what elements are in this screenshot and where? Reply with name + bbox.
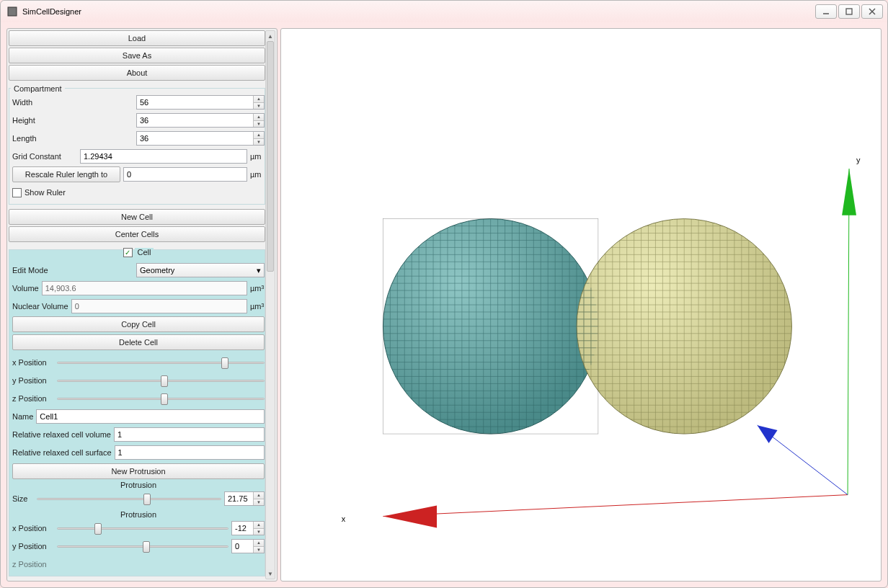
show-ruler-checkbox[interactable] <box>12 188 22 197</box>
app-title: SimCellDesigner <box>22 7 81 16</box>
x-position-label: x Position <box>12 358 54 367</box>
prot-y-label: y Position <box>12 542 54 551</box>
close-button[interactable] <box>861 4 883 19</box>
chevron-up-icon[interactable]: ▲ <box>254 114 264 121</box>
chevron-down-icon[interactable]: ▼ <box>254 529 264 535</box>
svg-line-6 <box>848 169 849 495</box>
chevron-down-icon[interactable]: ▼ <box>254 139 264 146</box>
width-input[interactable]: ▲▼ <box>136 95 265 110</box>
edit-mode-select[interactable]: Geometry ▾ <box>136 263 265 277</box>
sidebar: Load Save As About Compartment Width ▲▼ … <box>6 28 278 582</box>
cell-legend: Cell <box>135 248 154 257</box>
length-spinner[interactable]: ▲▼ <box>253 132 264 145</box>
save-as-button[interactable]: Save As <box>9 48 265 63</box>
chevron-down-icon[interactable]: ▼ <box>254 499 264 506</box>
rel-vol-input[interactable] <box>114 427 265 442</box>
name-input[interactable] <box>36 409 265 424</box>
new-protrusion-button[interactable]: New Protrusion <box>12 463 265 479</box>
x-axis-arrow-icon <box>383 506 437 528</box>
size-input[interactable]: ▲▼ <box>224 491 265 506</box>
rel-surf-label: Relative relaxed cell surface <box>12 448 112 457</box>
scroll-up-icon[interactable]: ▲ <box>267 32 274 40</box>
prot-y-slider[interactable] <box>57 540 228 553</box>
load-button[interactable]: Load <box>9 30 265 46</box>
nuclear-volume-input <box>71 299 247 313</box>
rescale-input[interactable] <box>123 167 247 182</box>
center-cells-button[interactable]: Center Cells <box>9 226 265 242</box>
viewport-svg: x y z <box>281 29 881 581</box>
edit-mode-value: Geometry <box>140 266 174 275</box>
delete-cell-button[interactable]: Delete Cell <box>12 334 265 350</box>
viewport-3d[interactable]: x y z <box>280 28 882 582</box>
z-axis-arrow-icon <box>758 425 778 443</box>
rescale-unit: µm <box>250 170 265 179</box>
height-input[interactable]: ▲▼ <box>136 113 265 128</box>
chevron-down-icon[interactable]: ▼ <box>254 547 264 553</box>
edit-mode-label: Edit Mode <box>12 266 133 275</box>
nuclear-volume-unit: µm³ <box>250 302 265 311</box>
new-cell-button[interactable]: New Cell <box>9 209 265 225</box>
nuclear-volume-label: Nuclear Volume <box>12 302 68 311</box>
width-label: Width <box>12 98 133 107</box>
grid-constant-input[interactable] <box>80 149 247 164</box>
copy-cell-button[interactable]: Copy Cell <box>12 316 265 332</box>
rel-surf-input[interactable] <box>115 445 265 460</box>
volume-unit: µm³ <box>250 284 265 293</box>
minimize-button[interactable] <box>815 4 837 19</box>
y-position-slider[interactable] <box>57 374 265 387</box>
cell-checkbox[interactable]: ✓ <box>123 248 133 257</box>
chevron-up-icon[interactable]: ▲ <box>254 132 264 139</box>
prot-y-spinner[interactable]: ▲▼ <box>253 540 264 553</box>
sidebar-scrollbar[interactable]: ▲ ▼ <box>265 30 275 579</box>
name-label: Name <box>12 412 33 421</box>
client-area: Load Save As About Compartment Width ▲▼ … <box>1 22 887 587</box>
rel-vol-label: Relative relaxed cell volume <box>12 430 111 439</box>
chevron-up-icon[interactable]: ▲ <box>254 492 264 499</box>
size-spinner[interactable]: ▲▼ <box>253 492 264 505</box>
scroll-down-icon[interactable]: ▼ <box>267 569 274 578</box>
prot-z-label: z Position <box>12 560 54 569</box>
x-position-slider[interactable] <box>57 356 265 369</box>
y-axis-arrow-icon <box>842 169 856 215</box>
rescale-button[interactable]: Rescale Ruler length to <box>12 166 120 182</box>
y-position-label: y Position <box>12 376 54 385</box>
volume-label: Volume <box>12 284 39 293</box>
app-window: SimCellDesigner Load Save As About Compa… <box>0 0 888 588</box>
prot-x-label: x Position <box>12 524 54 533</box>
window-controls <box>815 4 883 19</box>
protrusion-header-2: Protrusion <box>12 509 265 520</box>
volume-input <box>42 281 247 295</box>
z-position-slider[interactable] <box>57 392 265 405</box>
chevron-down-icon[interactable]: ▼ <box>254 121 264 128</box>
prot-y-input[interactable]: ▲▼ <box>231 539 265 553</box>
prot-x-spinner[interactable]: ▲▼ <box>253 522 264 535</box>
height-spinner[interactable]: ▲▼ <box>253 114 264 127</box>
length-label: Length <box>12 134 133 143</box>
chevron-up-icon[interactable]: ▲ <box>254 96 264 103</box>
compartment-group: Compartment Width ▲▼ Height ▲▼ <box>9 88 265 205</box>
width-spinner[interactable]: ▲▼ <box>253 96 264 109</box>
chevron-up-icon[interactable]: ▲ <box>254 540 264 547</box>
app-icon <box>6 6 18 17</box>
size-slider[interactable] <box>37 492 221 505</box>
svg-rect-2 <box>846 9 852 14</box>
chevron-down-icon[interactable]: ▼ <box>254 103 264 110</box>
cell-group: ✓ Cell Edit Mode Geometry ▾ Volume µm³ <box>9 249 265 576</box>
show-ruler-label: Show Ruler <box>25 188 66 197</box>
protrusion-header-1: Protrusion <box>12 479 265 491</box>
prot-x-input[interactable]: ▲▼ <box>231 521 265 535</box>
prot-x-slider[interactable] <box>57 522 228 535</box>
grid-constant-label: Grid Constant <box>12 152 77 161</box>
length-input[interactable]: ▲▼ <box>136 131 265 146</box>
about-button[interactable]: About <box>9 65 265 81</box>
compartment-legend: Compartment <box>11 84 65 93</box>
scroll-thumb[interactable] <box>267 41 274 272</box>
chevron-up-icon[interactable]: ▲ <box>254 522 264 529</box>
z-position-label: z Position <box>12 394 54 403</box>
svg-line-5 <box>383 495 848 517</box>
maximize-button[interactable] <box>838 4 860 19</box>
x-axis-label: x <box>342 514 346 523</box>
titlebar[interactable]: SimCellDesigner <box>1 1 887 22</box>
height-label: Height <box>12 116 133 125</box>
grid-unit: µm <box>250 152 265 161</box>
